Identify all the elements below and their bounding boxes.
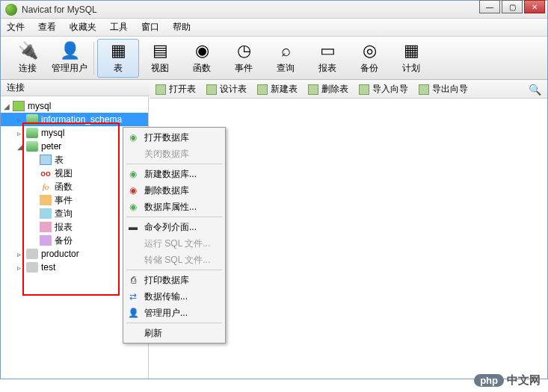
ctx-cli[interactable]: ▬命令列介面... [123,219,225,235]
report-button[interactable]: ▭报表 [307,39,348,78]
function-button[interactable]: ◉函数 [181,39,223,78]
menu-item[interactable]: 工具 [110,21,128,34]
minimize-button[interactable]: — [479,0,500,13]
watermark: php 中文网 [474,373,541,388]
new-table-button[interactable]: 新建表 [257,83,298,96]
ctx-label: 数据传输... [144,290,188,303]
toolbar-separator [93,42,94,75]
ctx-icon [126,327,140,339]
maximize-button[interactable]: ▢ [502,0,523,13]
tree-label: 事件 [55,194,73,207]
tree-toggle-icon[interactable]: ▹ [17,264,26,272]
db-gray-icon [26,262,38,273]
sub-icon [257,84,268,95]
tree-label: 备份 [55,234,73,247]
tree-label: 函数 [55,181,73,193]
expand-icon[interactable]: ◢ [4,102,13,111]
ctx-separator [126,217,222,217]
ctx-icon: ▬ [126,221,140,233]
toolbar-label: 表 [114,62,123,75]
tree-label: productor [41,249,79,259]
sub-label: 导入向导 [372,83,408,96]
table-button[interactable]: ▦表 [97,39,139,78]
menu-item[interactable]: 查看 [38,21,56,34]
backup-icon [40,235,52,246]
import-wizard-button[interactable]: 导入向导 [359,83,408,96]
menu-item[interactable]: 窗口 [141,21,159,34]
manage-users-button[interactable]: 👤管理用户 [49,39,90,78]
ctx-separator [126,323,222,323]
php-badge: php [474,374,504,387]
ctx-label: 管理用户... [144,307,188,320]
ctx-new-db[interactable]: ◉新建数据库... [123,166,225,182]
backup-button[interactable]: ◎备份 [348,39,390,78]
db-icon [26,128,38,138]
ctx-print-db[interactable]: ⎙打印数据库 [123,272,225,288]
sub-label: 打开表 [169,83,196,96]
tree-label: 表 [55,154,64,167]
ctx-label: 命令列介面... [144,221,197,234]
menu-item[interactable]: 文件 [7,21,25,34]
close-button[interactable]: ✕ [524,0,545,13]
sub-label: 导出向导 [432,83,468,96]
connect-button[interactable]: 🔌连接 [7,39,49,78]
view-button-icon: ▤ [150,41,170,60]
tree-toggle-icon[interactable]: ▹ [17,129,26,137]
ctx-label: 关闭数据库 [144,148,189,161]
toolbar-label: 报表 [318,62,336,75]
toolbar-label: 计划 [402,62,420,75]
tree-toggle-icon[interactable]: ◢ [17,143,26,151]
ctx-open-db[interactable]: ◉打开数据库 [123,129,225,146]
conn-label: mysql [28,101,51,111]
search-icon[interactable]: 🔍 [529,84,541,96]
table-icon [40,155,52,165]
ctx-icon: ◉ [126,131,140,143]
tree-toggle-icon[interactable]: ▹ [17,250,26,258]
connections-label: 连接 [7,81,25,94]
event-button[interactable]: ◷事件 [223,39,265,78]
func-icon: fo [40,181,52,192]
db-information-schema[interactable]: ▹information_schema [1,113,148,126]
ctx-icon [126,237,140,249]
view-button[interactable]: ▤视图 [139,39,181,78]
toolbar-label: 事件 [235,62,253,75]
db-gray-icon [26,249,38,259]
ctx-close-db: 关闭数据库 [123,146,225,162]
toolbar-label: 管理用户 [52,62,87,75]
event-button-icon: ◷ [234,41,253,60]
main-toolbar: 🔌连接👤管理用户▦表▤视图◉函数◷事件⌕查询▭报表◎备份▦计划 [1,37,547,80]
schedule-button-icon: ▦ [401,41,421,60]
connection-icon [13,101,25,111]
menu-item[interactable]: 收藏夹 [70,21,96,34]
tree-label: mysql [41,128,64,138]
ctx-separator [126,270,222,270]
ctx-refresh[interactable]: 刷新 [123,325,225,341]
design-table-button[interactable]: 设计表 [206,83,247,96]
query-button[interactable]: ⌕查询 [265,39,307,78]
ctx-db-properties[interactable]: ◉数据库属性... [123,199,225,215]
ctx-dump-sql: 转储 SQL 文件... [123,252,225,268]
schedule-button[interactable]: ▦计划 [390,39,432,78]
ctx-delete-db[interactable]: ◉删除数据库 [123,182,225,199]
toolbar-label: 函数 [193,62,211,75]
sub-label: 新建表 [271,83,298,96]
sub-icon [206,84,217,95]
delete-table-button[interactable]: 删除表 [308,83,348,96]
conn-mysql[interactable]: ◢ mysql [1,99,148,113]
ctx-manage-users[interactable]: 👤管理用户... [123,305,225,321]
watermark-text: 中文网 [507,373,541,388]
window-controls: — ▢ ✕ [479,0,545,13]
menu-item[interactable]: 帮助 [173,21,191,34]
export-wizard-button[interactable]: 导出向导 [419,83,468,96]
ctx-label: 删除数据库 [144,184,189,197]
tree-label: 报表 [55,221,73,234]
toolbar-label: 查询 [277,62,295,75]
ctx-icon [126,254,140,266]
ctx-label: 打开数据库 [144,131,189,144]
tree-toggle-icon[interactable]: ▹ [17,116,26,124]
ctx-icon: ⇄ [126,290,140,302]
sub-icon [359,84,369,95]
ctx-data-transfer[interactable]: ⇄数据传输... [123,288,225,305]
open-table-button[interactable]: 打开表 [156,83,196,96]
toolbar-label: 备份 [360,62,378,75]
